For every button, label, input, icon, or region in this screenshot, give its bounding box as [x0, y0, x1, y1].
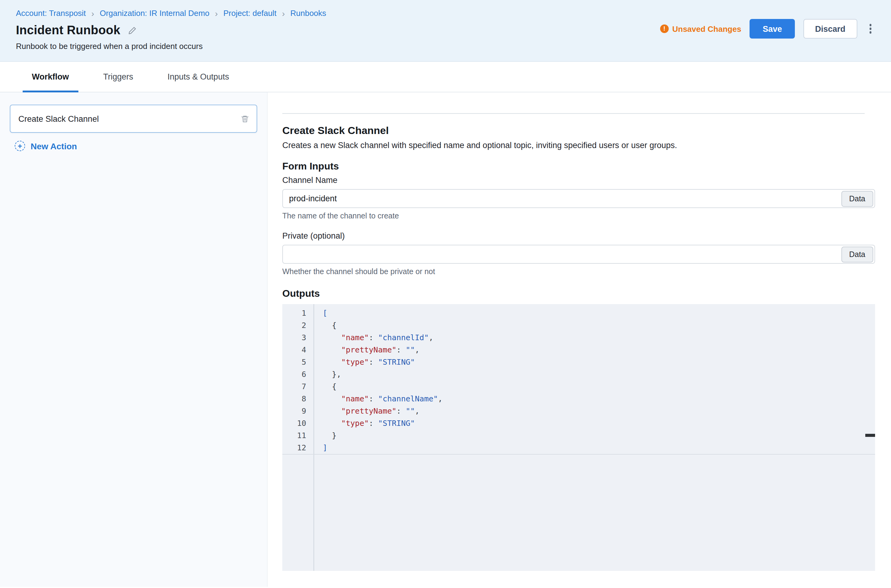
line-number: 9	[282, 405, 313, 417]
line-number: 11	[282, 429, 313, 442]
line-number: 7	[282, 381, 313, 393]
field-private: Private (optional) Data Whether the chan…	[282, 231, 875, 276]
code-line: "name": "channelName",	[323, 393, 875, 405]
breadcrumb: Account: Transposit › Organization: IR I…	[16, 9, 875, 18]
tab-workflow[interactable]: Workflow	[23, 62, 78, 92]
unsaved-changes-indicator: ! Unsaved Changes	[660, 24, 741, 33]
line-number: 3	[282, 332, 313, 344]
code-line: "type": "STRING"	[323, 417, 875, 429]
line-number: 10	[282, 417, 313, 429]
action-title: Create Slack Channel	[282, 125, 875, 137]
warning-icon: !	[660, 24, 668, 33]
discard-button[interactable]: Discard	[804, 19, 857, 39]
private-input-wrap: Data	[282, 245, 875, 264]
unsaved-changes-label: Unsaved Changes	[672, 24, 741, 33]
code-line: "type": "STRING"	[323, 356, 875, 368]
code-line: [	[323, 307, 875, 320]
page-subtitle: Runbook to be triggered when a prod inci…	[16, 42, 875, 51]
breadcrumb-project[interactable]: Project: default	[223, 9, 276, 18]
action-detail-panel: Create Slack Channel Creates a new Slack…	[268, 92, 891, 587]
form-inputs-heading: Form Inputs	[282, 161, 875, 172]
breadcrumb-organization[interactable]: Organization: IR Internal Demo	[100, 9, 209, 18]
header-actions: ! Unsaved Changes Save Discard	[660, 19, 875, 39]
kebab-menu-icon[interactable]	[865, 22, 875, 36]
line-number: 4	[282, 344, 313, 356]
data-button-private[interactable]: Data	[841, 246, 873, 262]
outputs-code-editor[interactable]: 123456789101112 [ { "name": "channelId",…	[282, 304, 875, 571]
action-card-label: Create Slack Channel	[18, 114, 99, 123]
line-number: 6	[282, 368, 313, 381]
save-button[interactable]: Save	[750, 19, 795, 39]
field-channel-name: Channel Name Data The name of the channe…	[282, 176, 875, 220]
editor-active-line-rule	[282, 454, 875, 454]
breadcrumb-runbooks[interactable]: Runbooks	[290, 9, 326, 18]
line-number: 5	[282, 356, 313, 368]
new-action-label: New Action	[31, 141, 77, 151]
private-label: Private (optional)	[282, 231, 875, 240]
content: Create Slack Channel + New Action Create…	[0, 92, 891, 587]
page-header: Account: Transposit › Organization: IR I…	[0, 0, 891, 62]
code-line: {	[323, 320, 875, 332]
chevron-right-icon: ›	[282, 9, 285, 18]
editor-line-numbers: 123456789101112	[282, 304, 314, 571]
tab-inputs-outputs[interactable]: Inputs & Outputs	[158, 62, 238, 92]
editor-code[interactable]: [ { "name": "channelId", "prettyName": "…	[314, 304, 875, 571]
line-number: 2	[282, 320, 313, 332]
private-input[interactable]	[282, 245, 875, 264]
page: Account: Transposit › Organization: IR I…	[0, 0, 891, 588]
plus-circle-icon: +	[15, 141, 25, 151]
line-number: 8	[282, 393, 313, 405]
breadcrumb-account[interactable]: Account: Transposit	[16, 9, 86, 18]
tab-triggers[interactable]: Triggers	[94, 62, 142, 92]
editor-scrollbar-thumb[interactable]	[865, 434, 875, 437]
code-line: "name": "channelId",	[323, 332, 875, 344]
data-button-channel-name[interactable]: Data	[841, 190, 873, 207]
line-number: 12	[282, 442, 313, 454]
workflow-sidebar: Create Slack Channel + New Action	[0, 92, 268, 587]
private-help: Whether the channel should be private or…	[282, 267, 875, 276]
tab-bar: Workflow Triggers Inputs & Outputs	[0, 62, 891, 92]
code-line: {	[323, 381, 875, 393]
chevron-right-icon: ›	[215, 9, 218, 18]
new-action-button[interactable]: + New Action	[15, 141, 257, 151]
channel-name-input-wrap: Data	[282, 189, 875, 208]
chevron-right-icon: ›	[91, 9, 94, 18]
channel-name-help: The name of the channel to create	[282, 212, 875, 220]
channel-name-label: Channel Name	[282, 176, 875, 185]
action-card-create-slack-channel[interactable]: Create Slack Channel	[10, 105, 257, 133]
code-line: },	[323, 368, 875, 381]
action-description: Creates a new Slack channel with specifi…	[282, 140, 875, 151]
code-line: "prettyName": "",	[323, 344, 875, 356]
code-line: "prettyName": "",	[323, 405, 875, 417]
edit-title-icon[interactable]	[128, 26, 137, 34]
line-number: 1	[282, 307, 313, 320]
delete-action-icon[interactable]	[241, 114, 249, 123]
code-line: }	[323, 429, 875, 442]
outputs-heading: Outputs	[282, 288, 875, 299]
channel-name-input[interactable]	[282, 189, 875, 208]
code-line: ]	[323, 442, 875, 454]
divider	[282, 113, 865, 114]
page-title: Incident Runbook	[16, 23, 120, 38]
